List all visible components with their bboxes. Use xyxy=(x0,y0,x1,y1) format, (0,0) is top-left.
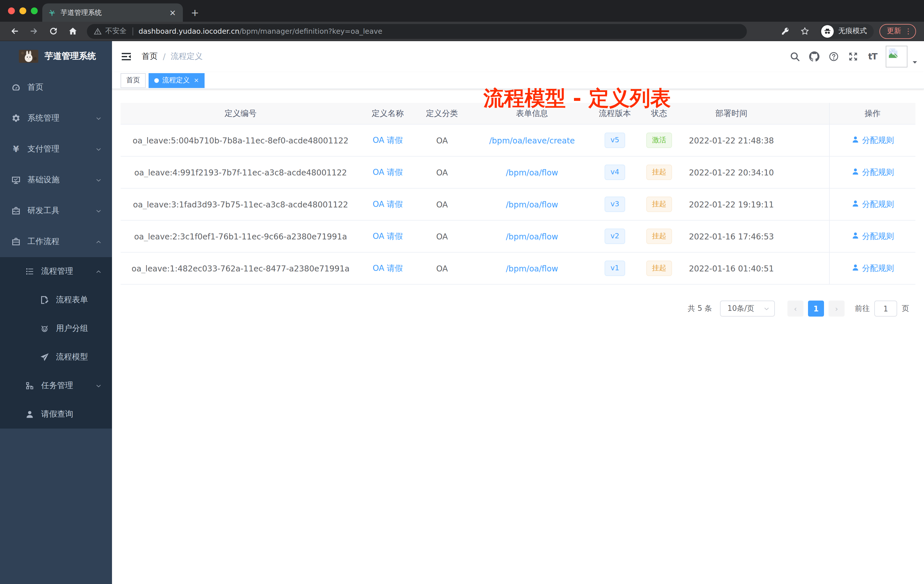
sidebar-item-leave-query[interactable]: 请假查询 xyxy=(0,400,112,429)
sidebar-item-process-model[interactable]: 流程模型 xyxy=(0,343,112,371)
sidebar-item-task-manage[interactable]: 任务管理 xyxy=(0,371,112,400)
cell-category: OA xyxy=(415,136,469,145)
definition-name-link[interactable]: OA 请假 xyxy=(373,231,403,241)
new-tab-button[interactable]: + xyxy=(191,8,199,18)
assign-rule-link[interactable]: 分配规则 xyxy=(851,135,894,145)
form-info-link[interactable]: /bpm/oa/flow xyxy=(506,232,558,241)
sidebar-item-user-group[interactable]: 用户分组 xyxy=(0,314,112,343)
user-icon xyxy=(851,231,859,241)
sidebar-item-process-form[interactable]: 流程表单 xyxy=(0,286,112,314)
form-info-link[interactable]: /bpm/oa/leave/create xyxy=(489,136,575,145)
chevron-down-icon xyxy=(96,383,102,389)
form-info-link[interactable]: /bpm/oa/flow xyxy=(506,200,558,209)
address-bar[interactable]: 不安全 dashboard.yudao.iocoder.cn/bpm/manag… xyxy=(87,24,747,39)
assign-rule-link[interactable]: 分配规则 xyxy=(851,263,894,274)
col-header-form: 表单信息 xyxy=(469,108,595,119)
sidebar-item-home[interactable]: 首页 xyxy=(0,72,112,103)
assign-rule-link[interactable]: 分配规则 xyxy=(851,199,894,210)
user-icon xyxy=(851,264,859,273)
github-icon[interactable] xyxy=(805,49,824,64)
avatar-caret-down-icon[interactable] xyxy=(911,57,918,64)
user-icon xyxy=(851,200,859,209)
key-icon[interactable] xyxy=(778,24,792,39)
window-controls[interactable] xyxy=(8,7,38,14)
close-window-button[interactable] xyxy=(8,7,15,14)
pagination: 共 5 条 10条/页 ‹ 1 › 前往 页 xyxy=(120,300,909,317)
sidebar-item-infra[interactable]: 基础设施 xyxy=(0,165,112,195)
tab-close-icon[interactable]: × xyxy=(168,8,177,17)
bookmark-star-icon[interactable] xyxy=(797,24,812,39)
paper-plane-icon xyxy=(40,353,49,362)
chevron-down-icon xyxy=(96,208,102,214)
chrome-update-menu-button[interactable]: 更新 ⋮ xyxy=(879,24,916,39)
definition-name-link[interactable]: OA 请假 xyxy=(373,167,403,177)
back-icon[interactable] xyxy=(7,24,22,39)
status-badge: 挂起 xyxy=(646,165,672,180)
url-path: /bpm/manager/definition?key=oa_leave xyxy=(239,27,382,35)
tag-home[interactable]: 首页 xyxy=(120,73,146,88)
home-icon[interactable] xyxy=(65,24,80,39)
breadcrumb-home[interactable]: 首页 xyxy=(142,51,158,62)
help-icon[interactable] xyxy=(824,49,843,64)
chevron-down-icon xyxy=(96,115,102,121)
breadcrumb-separator: / xyxy=(163,52,165,61)
tag-label: 首页 xyxy=(126,76,140,85)
table-row: oa_leave:5:004b710b-7b8a-11ec-8ef0-acde4… xyxy=(120,125,916,157)
version-badge: v3 xyxy=(605,197,625,212)
search-icon[interactable] xyxy=(785,49,805,64)
version-badge: v5 xyxy=(605,133,625,148)
sidebar-item-workflow[interactable]: 工作流程 xyxy=(0,226,112,257)
status-badge: 激活 xyxy=(646,133,672,148)
fullscreen-icon[interactable] xyxy=(843,49,863,64)
goto-page-input[interactable] xyxy=(874,300,897,317)
font-size-icon[interactable]: tT xyxy=(863,49,882,64)
sidebar-item-pay[interactable]: ¥ 支付管理 xyxy=(0,134,112,165)
reload-icon[interactable] xyxy=(46,24,61,39)
page-1-button[interactable]: 1 xyxy=(808,300,824,317)
definition-name-link[interactable]: OA 请假 xyxy=(373,199,403,210)
pagination-total: 共 5 条 xyxy=(688,304,712,314)
cell-category: OA xyxy=(415,168,469,177)
tab-title: 芋道管理系统 xyxy=(61,8,168,17)
cell-deploy-time: 2022-01-22 20:34:10 xyxy=(683,168,779,177)
cell-category: OA xyxy=(415,232,469,241)
col-header-deploy-time: 部署时间 xyxy=(683,108,779,119)
browser-tab-strip: 芋道管理系统 × + xyxy=(0,0,924,22)
page-size-value: 10条/页 xyxy=(728,304,754,314)
url-host: dashboard.yudao.iocoder.cn xyxy=(139,27,239,35)
assign-rule-link[interactable]: 分配规则 xyxy=(851,231,894,241)
incognito-badge: 无痕模式 xyxy=(820,24,874,39)
rabbit-logo-image xyxy=(19,49,38,63)
form-info-link[interactable]: /bpm/oa/flow xyxy=(506,264,558,273)
screenshot-root: 芋道管理系统 × + 不安全 dashboard.yudao.iocoder.c… xyxy=(0,0,924,584)
briefcase-icon xyxy=(12,237,21,246)
sidebar-item-process-manage[interactable]: 流程管理 xyxy=(0,257,112,286)
kebab-menu-icon[interactable]: ⋮ xyxy=(904,27,912,35)
tag-process-definition[interactable]: 流程定义 × xyxy=(148,73,205,88)
avatar[interactable] xyxy=(886,46,908,68)
assign-rule-link[interactable]: 分配规则 xyxy=(851,167,894,177)
zoom-window-button[interactable] xyxy=(31,7,38,14)
definition-name-link[interactable]: OA 请假 xyxy=(373,263,403,274)
not-secure-warning-icon xyxy=(94,27,102,35)
forward-icon[interactable] xyxy=(26,24,41,39)
tag-close-icon[interactable]: × xyxy=(194,77,199,84)
minimize-window-button[interactable] xyxy=(20,7,26,14)
page-size-select[interactable]: 10条/页 xyxy=(720,300,775,317)
prev-page-button[interactable]: ‹ xyxy=(787,300,804,317)
sidebar-item-devtools[interactable]: 研发工具 xyxy=(0,195,112,226)
definition-name-link[interactable]: OA 请假 xyxy=(373,135,403,145)
version-badge: v4 xyxy=(605,165,625,180)
status-badge: 挂起 xyxy=(646,229,672,244)
col-header-status: 状态 xyxy=(635,108,683,119)
hamburger-icon[interactable] xyxy=(120,51,132,62)
next-page-button[interactable]: › xyxy=(828,300,845,317)
form-info-link[interactable]: /bpm/oa/flow xyxy=(506,168,558,177)
table-row: oa_leave:3:1fad3d93-7b75-11ec-a3c8-acde4… xyxy=(120,188,916,221)
sidebar-item-system[interactable]: 系统管理 xyxy=(0,103,112,134)
browser-tab[interactable]: 芋道管理系统 × xyxy=(42,3,183,22)
cell-definition-id: oa_leave:3:1fad3d93-7b75-11ec-a3c8-acde4… xyxy=(120,200,361,209)
cell-definition-id: oa_leave:2:3c1f0ef1-76b1-11ec-9c66-a2380… xyxy=(120,232,361,241)
cell-deploy-time: 2022-01-22 21:48:38 xyxy=(683,136,779,145)
user-icon xyxy=(851,167,859,177)
